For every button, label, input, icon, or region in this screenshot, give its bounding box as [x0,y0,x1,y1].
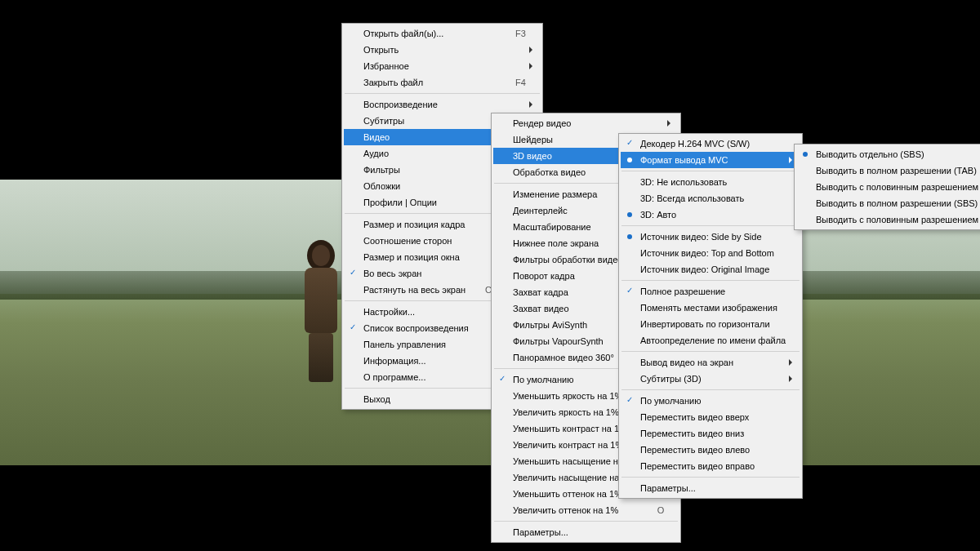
menu-item-параметры[interactable]: Параметры... [621,480,800,496]
menu-item-label: Рендер видео [513,118,664,128]
menu-separator [621,280,800,281]
menu-item-открыть[interactable]: Открыть [344,42,541,58]
radio-icon [627,234,632,239]
menu-item-label: 3D: Всегда использовать [640,193,786,203]
menu-item-label: Выводить с половинным разрешением (TAB) [816,182,980,192]
menu-separator [621,171,800,171]
radio-icon [803,152,808,157]
video-content-figure [298,245,343,384]
menu-item-открыть-файлы[interactable]: Открыть файл(ы)...F3 [344,25,541,42]
menu-item-параметры[interactable]: Параметры... [493,524,679,540]
menu-item-label: Настройки... [363,307,496,317]
menu-item-формат-вывода-mvc[interactable]: Формат вывода MVC [621,152,800,168]
menu-item-label: Переместить видео вниз [640,429,786,438]
menu-item-выводить-отдельно-sbs[interactable]: Выводить отдельно (SBS) [796,146,980,162]
menu-item-label: Выводить с половинным разрешением (SBS) [816,215,980,224]
menu-item-увеличить-оттенок-на-1[interactable]: Увеличить оттенок на 1%O [493,502,679,518]
menu-item-label: Источник видео: Top and Bottom [640,248,786,258]
check-icon: ✓ [625,138,635,148]
menu-separator [345,93,540,94]
menu-item-label: Формат вывода MVC [640,155,786,165]
menu-separator [621,389,800,390]
menu-item-label: Список воспроизведения [363,323,496,333]
menu-item-label: Выход [363,394,480,404]
menu-item-label: Переместить видео вправо [640,461,786,471]
menu-item-label: Панель управления [363,340,496,349]
menu-item-переместить-видео-вниз[interactable]: Переместить видео вниз [621,425,800,442]
menu-item-label: Растянуть на весь экран [363,285,466,295]
menu-separator [621,477,800,478]
menu-item-label: Декодер H.264 MVC (S/W) [640,139,786,149]
menu-item-полное-разрешение[interactable]: ✓Полное разрешение [621,283,800,300]
menu-item-label: Вывод видео на экран [640,358,786,367]
menu-item-источник-видео-top-and-bottom[interactable]: Источник видео: Top and Bottom [621,245,800,261]
menu-item-label: Воспроизведение [363,100,526,109]
check-icon: ✓ [348,268,358,278]
menu-item-выводить-с-половинным-разрешением-sbs[interactable]: Выводить с половинным разрешением (SBS) [796,211,980,228]
menu-item-label: Информация... [363,356,477,366]
menu-item-автоопределение-по-имени-файла[interactable]: Автоопределение по имени файла [621,332,800,349]
menu-item-источник-видео-original-image[interactable]: Источник видео: Original Image [621,261,800,278]
radio-icon [627,212,632,217]
menu-item-shortcut: F4 [515,78,526,87]
menu-item-shortcut: O [657,505,665,515]
check-icon: ✓ [625,395,635,405]
menu-item-переместить-видео-вверх[interactable]: Переместить видео вверх [621,409,800,425]
menu-item-shortcut: F3 [515,29,526,38]
submenu-mvc-format[interactable]: Выводить отдельно (SBS)Выводить в полном… [794,144,980,230]
menu-item-label: Открыть файл(ы)... [363,29,496,38]
menu-item-инвертировать-по-горизонтали[interactable]: Инвертировать по горизонтали [621,316,800,332]
menu-item-label: Поменять местами изображения [640,303,786,313]
menu-item-выводить-с-половинным-разрешением-tab[interactable]: Выводить с половинным разрешением (TAB) [796,179,980,195]
menu-item-декодер-h.264-mvc-s/w[interactable]: ✓Декодер H.264 MVC (S/W) [621,136,800,152]
menu-item-label: О программе... [363,372,496,382]
menu-item-по-умолчанию[interactable]: ✓По умолчанию [621,393,800,409]
menu-item-источник-видео-side-by-side[interactable]: Источник видео: Side by Side [621,229,800,245]
menu-item-label: Источник видео: Side by Side [640,232,786,242]
menu-item-label: Полное разрешение [640,287,786,296]
check-icon: ✓ [497,374,507,384]
menu-item-выводить-в-полном-разрешении-sbs[interactable]: Выводить в полном разрешении (SBS) [796,195,980,211]
menu-item-label: Параметры... [640,483,786,493]
menu-item-выводить-в-полном-разрешении-tab[interactable]: Выводить в полном разрешении (TAB) [796,162,980,179]
menu-item-воспроизведение[interactable]: Воспроизведение [344,96,541,113]
menu-item-label: Инвертировать по горизонтали [640,319,786,329]
submenu-3d-video[interactable]: ✓Декодер H.264 MVC (S/W)Формат вывода MV… [618,133,803,499]
menu-item-поменять-местами-изображения[interactable]: Поменять местами изображения [621,300,800,316]
menu-item-label: Параметры... [513,527,664,537]
menu-item-label: Источник видео: Original Image [640,264,786,274]
menu-item-label: Открыть [363,45,526,55]
menu-item-label: Субтитры (3D) [640,374,786,384]
menu-item-3d-не-использовать[interactable]: 3D: Не использовать [621,174,800,190]
menu-item-label: 3D: Авто [640,210,786,220]
menu-separator [621,225,800,226]
menu-item-закрыть-файл[interactable]: Закрыть файлF4 [344,74,541,91]
menu-item-label: Выводить в полном разрешении (SBS) [816,198,980,208]
check-icon: ✓ [348,322,358,332]
menu-item-label: Выводить в полном разрешении (TAB) [816,166,980,176]
menu-item-избранное[interactable]: Избранное [344,58,541,74]
check-icon: ✓ [625,286,635,295]
menu-item-3d-всегда-использовать[interactable]: 3D: Всегда использовать [621,190,800,207]
menu-item-label: Закрыть файл [363,78,496,87]
menu-separator [621,351,800,352]
menu-item-label: Автоопределение по имени файла [640,335,786,345]
menu-separator [494,521,678,522]
menu-item-рендер-видео[interactable]: Рендер видео [493,115,679,131]
menu-item-переместить-видео-вправо[interactable]: Переместить видео вправо [621,458,800,474]
radio-icon [627,158,632,162]
menu-item-вывод-видео-на-экран[interactable]: Вывод видео на экран [621,354,800,371]
menu-item-label: Выводить отдельно (SBS) [816,149,980,159]
menu-item-label: Увеличить оттенок на 1% [513,505,638,515]
menu-item-label: Во весь экран [363,269,485,278]
menu-item-label: Переместить видео вверх [640,412,786,422]
menu-item-label: По умолчанию [640,396,786,406]
menu-item-субтитры-3d[interactable]: Субтитры (3D) [621,371,800,387]
menu-item-3d-авто[interactable]: 3D: Авто [621,207,800,223]
menu-item-label: 3D: Не использовать [640,177,786,187]
menu-item-переместить-видео-влево[interactable]: Переместить видео влево [621,442,800,458]
menu-item-label: Избранное [363,61,526,71]
menu-item-label: Переместить видео влево [640,445,786,455]
